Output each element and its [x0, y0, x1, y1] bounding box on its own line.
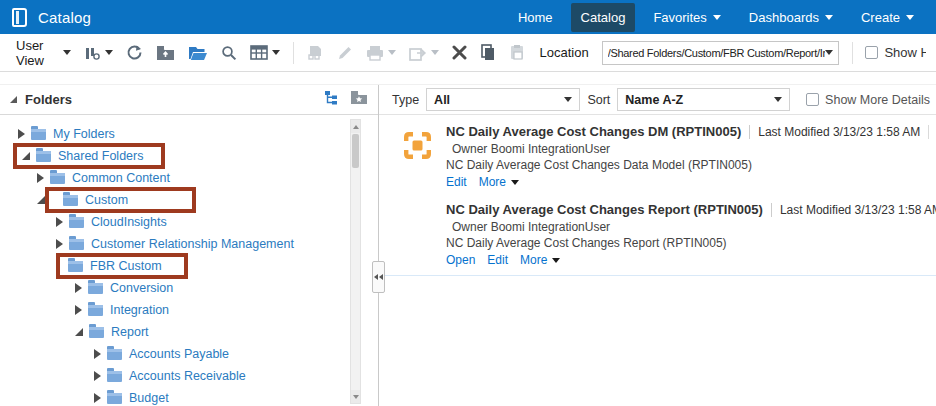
expand-icon[interactable] [56, 217, 63, 227]
chevron-down-icon [388, 50, 396, 55]
paste-icon[interactable] [509, 44, 525, 61]
show-hidden-checkbox[interactable] [865, 46, 878, 59]
catalog-content-panel: Type All Sort Name A-Z Show More Details [379, 85, 936, 406]
show-more-details-label: Show More Details [825, 93, 930, 107]
tree-item-label: Budget [129, 391, 169, 405]
catalog-item-report: NC Daily Average Cost Changes Report (RP… [379, 193, 936, 276]
nav-favorites-label: Favorites [653, 10, 706, 25]
annotation-highlight-box: Shared Folders [13, 143, 165, 169]
nav-home[interactable]: Home [508, 3, 563, 32]
scroll-up-button[interactable] [351, 120, 360, 133]
up-folder-icon[interactable] [156, 45, 175, 61]
collapse-icon[interactable] [22, 152, 30, 160]
expand-icon[interactable] [75, 283, 82, 293]
search-icon[interactable] [221, 45, 237, 61]
nav-dashboards[interactable]: Dashboards [739, 3, 843, 32]
tree-item-accounts-receivable[interactable]: Accounts Receivable [0, 365, 378, 387]
toolbar-divider [852, 42, 853, 64]
nav-dashboards-label: Dashboards [749, 10, 819, 25]
tree-item-budget[interactable]: Budget [0, 387, 378, 406]
tree-item-common-content[interactable]: Common Content [0, 167, 378, 189]
tree-item-label: Shared Folders [58, 149, 143, 163]
tree-item-custom[interactable]: Custom [0, 189, 378, 211]
catalog-book-icon [12, 8, 27, 27]
edit-link[interactable]: Edit [446, 175, 467, 189]
chevron-down-icon [552, 258, 560, 263]
user-view-menu[interactable]: User View [16, 38, 71, 68]
collapse-icon[interactable] [75, 328, 83, 336]
expand-icon[interactable] [94, 393, 101, 403]
collapse-left-icon [374, 274, 378, 280]
scroll-down-button[interactable] [351, 390, 360, 403]
favorites-folder-icon[interactable] [350, 90, 368, 109]
tree-item-customer-relationship-management[interactable]: Customer Relationship Management [0, 233, 378, 255]
tree-item-conversion[interactable]: Conversion [0, 277, 378, 299]
chevron-down-icon [272, 50, 280, 55]
tree-item-my-folders[interactable]: My Folders [0, 123, 378, 145]
location-path-value: /Shared Folders/Custom/FBR Custom/Report… [608, 47, 825, 59]
arrow-down-icon [353, 395, 359, 399]
arrow-up-icon [353, 125, 359, 129]
type-select[interactable]: All [426, 88, 580, 111]
delete-icon[interactable] [452, 45, 467, 60]
user-view-label: User View [16, 38, 56, 68]
tree-item-shared-folders[interactable]: Shared Folders [0, 145, 378, 167]
folder-icon [88, 283, 103, 294]
tree-item-accounts-payable[interactable]: Accounts Payable [0, 343, 378, 365]
show-more-details-checkbox[interactable] [806, 93, 819, 106]
nav-catalog[interactable]: Catalog [571, 3, 636, 32]
tree-item-integration[interactable]: Integration [0, 299, 378, 321]
page-title: Catalog [38, 9, 91, 26]
chevron-down-icon [431, 50, 439, 55]
nav-create[interactable]: Create [851, 3, 924, 32]
folder-icon [107, 349, 122, 360]
catalog-app: Catalog Home Catalog Favorites Dashboard… [0, 0, 936, 406]
chevron-down-icon [825, 15, 833, 20]
scrollbar-thumb[interactable] [352, 134, 359, 168]
archive-icon[interactable] [307, 45, 324, 61]
item-title[interactable]: NC Daily Average Cost Changes Report (RP… [446, 202, 763, 217]
expand-icon[interactable] [37, 173, 44, 183]
tree-scrollbar[interactable] [350, 119, 361, 404]
tree-item-label: FBR Custom [90, 259, 162, 273]
export-icon[interactable] [409, 45, 439, 61]
panel-splitter-collapse-button[interactable] [372, 261, 385, 293]
folder-icon [89, 327, 104, 338]
item-last-modified: Last Modified 3/13/23 1:58 AM [780, 203, 936, 217]
type-select-value: All [434, 93, 564, 107]
tree-item-report[interactable]: Report [0, 321, 378, 343]
sort-select[interactable]: Name A-Z [617, 88, 790, 111]
item-title[interactable]: NC Daily Average Cost Changes DM (RPTIN0… [446, 124, 741, 139]
location-dropdown[interactable]: /Shared Folders/Custom/FBR Custom/Report… [602, 41, 839, 65]
nav-favorites[interactable]: Favorites [643, 3, 730, 32]
folder-icon [88, 305, 103, 316]
refresh-icon[interactable] [126, 44, 143, 61]
expand-icon[interactable] [18, 129, 25, 139]
print-icon[interactable] [366, 45, 396, 61]
chevron-down-icon [511, 180, 519, 185]
collapse-icon[interactable] [37, 196, 45, 204]
tree-view-icon[interactable] [324, 90, 340, 109]
expand-icon[interactable] [56, 239, 63, 249]
copy-icon[interactable] [480, 44, 496, 61]
edit-icon[interactable] [337, 45, 353, 61]
expand-icon[interactable] [94, 349, 101, 359]
top-navigation: Home Catalog Favorites Dashboards Create [508, 3, 924, 32]
folders-panel-title: Folders [25, 92, 314, 107]
expand-icon[interactable] [94, 371, 101, 381]
list-view-icon[interactable] [250, 45, 280, 60]
tree-item-cloudinsights[interactable]: CloudInsights [0, 211, 378, 233]
tree-item-fbr-custom[interactable]: FBR Custom [0, 255, 378, 277]
tree-item-label: Common Content [72, 171, 170, 185]
expand-icon[interactable] [75, 305, 82, 315]
folders-collapse-icon[interactable] [10, 96, 17, 103]
more-menu[interactable]: More [520, 253, 560, 267]
tree-item-label: Custom [85, 193, 128, 207]
more-menu[interactable]: More [479, 175, 519, 189]
view-type-icon[interactable] [84, 45, 113, 61]
new-folder-icon[interactable] [188, 45, 208, 61]
open-link[interactable]: Open [446, 253, 475, 267]
edit-link[interactable]: Edit [487, 253, 508, 267]
chevron-down-icon [906, 15, 914, 20]
folder-icon [107, 393, 122, 404]
